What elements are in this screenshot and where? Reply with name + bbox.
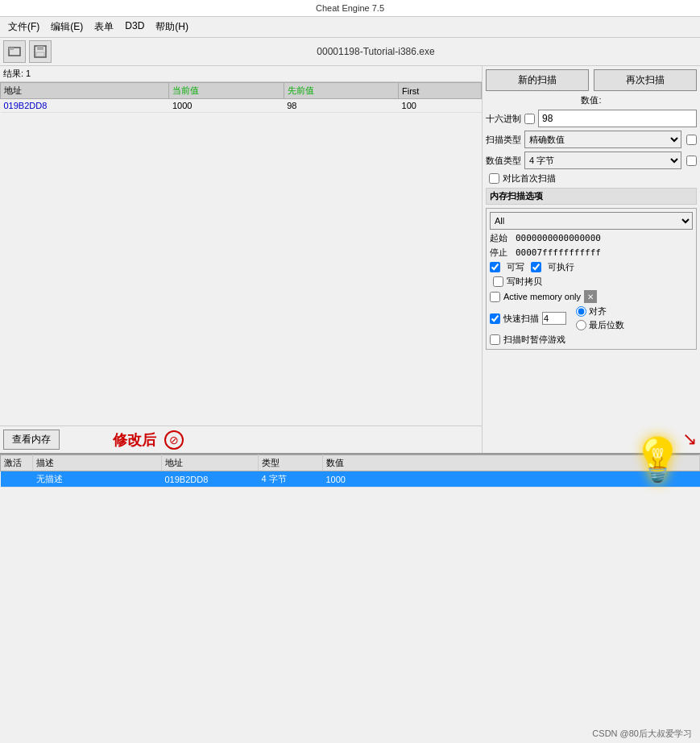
bottom-left-buttons: 查看内存 修改后 ⊘ <box>0 425 482 453</box>
right-panel: 新的扫描 再次扫描 数值: 十六进制 扫描类型 精确数值 数值类型 4 字节 对… <box>483 66 700 453</box>
active-memory-row: Active memory only ✕ <box>490 290 693 303</box>
menu-table[interactable]: 表单 <box>89 19 118 35</box>
result-addr: 019B2DD8 <box>1 99 169 113</box>
menu-d3d[interactable]: D3D <box>120 19 149 35</box>
table-row[interactable]: 019B2DD8 1000 98 100 <box>1 99 482 113</box>
results-count: 结果: 1 <box>0 66 482 82</box>
result-current: 1000 <box>169 99 284 113</box>
data-type-select[interactable]: 4 字节 <box>524 152 681 169</box>
align-radio-group: 对齐 最后位数 <box>576 305 624 331</box>
align-radio[interactable] <box>576 306 586 317</box>
menu-bar: 文件(F) 编辑(E) 表单 D3D 帮助(H) <box>0 17 700 38</box>
left-panel: 结果: 1 地址 当前值 先前值 First 019B2DD8 1000 98 <box>0 66 483 453</box>
result-first: 100 <box>399 99 482 113</box>
last-digit-label: 最后位数 <box>589 319 624 331</box>
fast-scan-checkbox[interactable] <box>490 313 500 324</box>
modify-after-label: 修改后 <box>113 430 156 450</box>
compare-first-label: 对比首次扫描 <box>503 172 556 185</box>
toolbar-save-btn[interactable] <box>29 40 52 63</box>
scan-type-select[interactable]: 精确数值 <box>524 131 681 148</box>
stop-label: 停止 <box>490 247 512 259</box>
lightbulb-icon: 💡 <box>632 435 684 484</box>
title-bar: Cheat Engine 7.5 <box>0 0 700 17</box>
hex-value-row: 十六进制 <box>486 110 697 127</box>
svg-rect-1 <box>9 48 14 50</box>
cheat-active <box>1 471 33 488</box>
view-memory-btn[interactable]: 查看内存 <box>3 430 60 450</box>
svg-rect-4 <box>36 52 44 56</box>
cheat-col-active: 激活 <box>1 455 33 471</box>
pause-scan-label: 扫描时暂停游戏 <box>503 334 565 346</box>
cheat-addr: 019B2DD8 <box>162 471 259 488</box>
pause-scan-checkbox[interactable] <box>490 334 500 345</box>
results-table: 地址 当前值 先前值 First 019B2DD8 1000 98 100 <box>0 82 482 425</box>
active-memory-checkbox[interactable] <box>490 292 500 302</box>
start-addr-row: 起始 0000000000000000 <box>490 232 693 244</box>
fast-scan-row: 快速扫描 对齐 最后位数 <box>490 305 693 331</box>
window-title: 00001198-Tutorial-i386.exe <box>55 46 697 57</box>
value-label: 数值: <box>486 94 697 106</box>
next-scan-btn[interactable]: 再次扫描 <box>594 69 697 91</box>
col-current: 当前值 <box>169 83 284 99</box>
arrow-icon: ↘ <box>682 429 697 450</box>
data-type-check[interactable] <box>686 156 697 166</box>
value-input[interactable] <box>538 110 697 127</box>
memory-scan-options: All 起始 0000000000000000 停止 00007ffffffff… <box>486 208 697 350</box>
compare-first-row: 对比首次扫描 <box>486 172 697 185</box>
cheat-type: 4 字节 <box>259 471 323 488</box>
memory-scan-label: 内存扫描选项 <box>486 188 697 205</box>
scan-type-label: 扫描类型 <box>486 134 521 146</box>
cheat-list-area: 激活 描述 地址 类型 数值 无描述 019B2DD8 4 字节 1000 <box>0 453 700 488</box>
start-label: 起始 <box>490 232 512 244</box>
fast-scan-label: 快速扫描 <box>503 313 539 325</box>
cheat-list-row[interactable]: 无描述 019B2DD8 4 字节 1000 <box>1 471 700 488</box>
executable-label: 可执行 <box>548 261 574 273</box>
align-label: 对齐 <box>589 305 607 318</box>
writable-checkbox[interactable] <box>490 262 500 272</box>
col-addr: 地址 <box>1 83 169 99</box>
cheat-col-desc: 描述 <box>33 455 162 471</box>
stop-addr-row: 停止 00007fffffffffff <box>490 247 693 259</box>
copy-on-write-checkbox[interactable] <box>493 276 503 287</box>
cheat-col-type: 类型 <box>259 455 323 471</box>
svg-rect-3 <box>37 46 43 50</box>
scan-type-check[interactable] <box>686 135 697 145</box>
active-memory-label: Active memory only <box>503 292 581 301</box>
executable-checkbox[interactable] <box>531 262 541 272</box>
stop-value: 00007fffffffffff <box>516 247 601 258</box>
hex-checkbox[interactable] <box>524 114 535 124</box>
fast-scan-input[interactable] <box>542 312 566 325</box>
col-first: First <box>399 83 482 99</box>
compare-first-checkbox[interactable] <box>489 173 499 184</box>
memory-flags-row: 可写 可执行 <box>490 261 693 273</box>
start-value: 0000000000000000 <box>516 233 601 243</box>
toolbar-open-btn[interactable] <box>3 40 26 63</box>
writable-label: 可写 <box>507 261 524 273</box>
hex-label: 十六进制 <box>486 113 521 125</box>
result-prev: 98 <box>284 99 398 113</box>
lightbulb-area: 💡 <box>632 435 684 484</box>
menu-edit[interactable]: 编辑(E) <box>46 19 88 35</box>
app-title: Cheat Engine 7.5 <box>0 2 700 15</box>
data-type-label: 数值类型 <box>486 155 521 167</box>
no-icon: ⊘ <box>164 430 184 450</box>
cheat-desc: 无描述 <box>33 471 162 488</box>
menu-help[interactable]: 帮助(H) <box>151 19 193 35</box>
pause-scan-row: 扫描时暂停游戏 <box>490 334 693 346</box>
toolbar: 00001198-Tutorial-i386.exe <box>0 38 700 66</box>
cheat-list-table: 激活 描述 地址 类型 数值 无描述 019B2DD8 4 字节 1000 <box>0 455 700 488</box>
new-scan-btn[interactable]: 新的扫描 <box>486 69 589 91</box>
scan-type-row: 扫描类型 精确数值 <box>486 131 697 148</box>
copy-on-write-row: 写时拷贝 <box>490 276 693 288</box>
cheat-col-addr: 地址 <box>162 455 259 471</box>
menu-file[interactable]: 文件(F) <box>3 19 44 35</box>
active-memory-close-btn[interactable]: ✕ <box>584 290 597 303</box>
memory-region-select[interactable]: All <box>490 212 693 230</box>
copy-on-write-label: 写时拷贝 <box>507 276 542 288</box>
scan-buttons: 新的扫描 再次扫描 <box>486 69 697 91</box>
data-type-row: 数值类型 4 字节 <box>486 152 697 169</box>
main-area: 结果: 1 地址 当前值 先前值 First 019B2DD8 1000 98 <box>0 66 700 453</box>
memory-region-row: All <box>490 212 693 230</box>
col-prev: 先前值 <box>284 83 398 99</box>
last-digit-radio[interactable] <box>576 320 586 330</box>
